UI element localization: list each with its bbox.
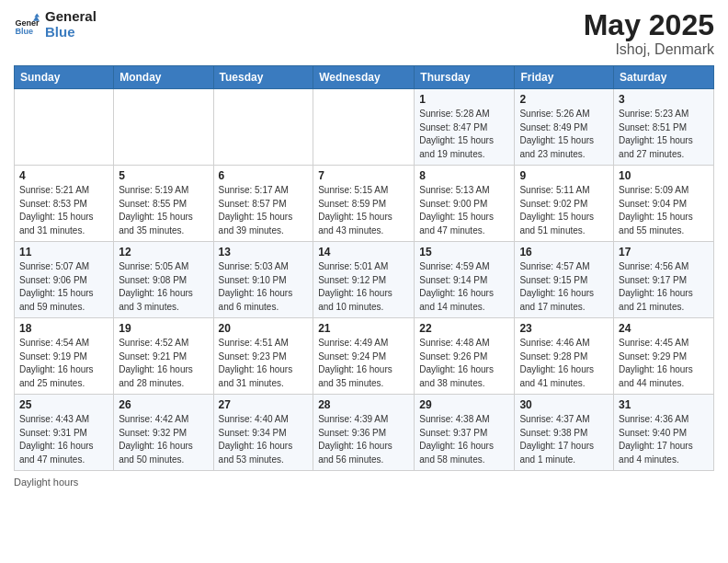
day-number: 6 xyxy=(219,169,309,182)
daylight-label: Daylight hours xyxy=(14,477,78,488)
calendar-day-20: 20Sunrise: 4:51 AM Sunset: 9:23 PM Dayli… xyxy=(213,318,313,395)
day-number: 27 xyxy=(219,398,309,411)
day-info: Sunrise: 5:26 AM Sunset: 8:49 PM Dayligh… xyxy=(519,108,609,161)
day-info: Sunrise: 5:17 AM Sunset: 8:57 PM Dayligh… xyxy=(219,184,309,237)
day-info: Sunrise: 4:46 AM Sunset: 9:28 PM Dayligh… xyxy=(519,337,609,390)
day-number: 21 xyxy=(318,322,409,335)
day-number: 24 xyxy=(619,322,709,335)
calendar-day-11: 11Sunrise: 5:07 AM Sunset: 9:06 PM Dayli… xyxy=(15,242,114,318)
logo-icon: General Blue xyxy=(14,12,40,38)
empty-day xyxy=(15,89,114,166)
calendar-week-2: 4Sunrise: 5:21 AM Sunset: 8:53 PM Daylig… xyxy=(15,166,714,242)
header: General Blue General Blue May 2025 Ishoj… xyxy=(14,9,714,58)
day-number: 29 xyxy=(419,398,509,411)
empty-day xyxy=(213,89,313,166)
day-number: 9 xyxy=(519,169,609,182)
day-info: Sunrise: 4:40 AM Sunset: 9:34 PM Dayligh… xyxy=(219,413,309,466)
day-number: 1 xyxy=(419,93,509,106)
calendar-day-19: 19Sunrise: 4:52 AM Sunset: 9:21 PM Dayli… xyxy=(114,318,213,395)
day-info: Sunrise: 5:11 AM Sunset: 9:02 PM Dayligh… xyxy=(519,184,609,237)
calendar-day-18: 18Sunrise: 4:54 AM Sunset: 9:19 PM Dayli… xyxy=(15,318,114,395)
day-info: Sunrise: 4:42 AM Sunset: 9:32 PM Dayligh… xyxy=(119,413,208,466)
calendar-day-25: 25Sunrise: 4:43 AM Sunset: 9:31 PM Dayli… xyxy=(15,395,114,471)
weekday-header-monday: Monday xyxy=(114,66,213,89)
day-number: 26 xyxy=(119,398,208,411)
calendar-day-9: 9Sunrise: 5:11 AM Sunset: 9:02 PM Daylig… xyxy=(515,166,614,242)
calendar-day-26: 26Sunrise: 4:42 AM Sunset: 9:32 PM Dayli… xyxy=(114,395,213,471)
logo-blue: Blue xyxy=(45,25,97,40)
day-number: 28 xyxy=(318,398,409,411)
day-number: 14 xyxy=(318,246,409,259)
day-info: Sunrise: 5:03 AM Sunset: 9:10 PM Dayligh… xyxy=(219,260,309,314)
calendar-day-3: 3Sunrise: 5:23 AM Sunset: 8:51 PM Daylig… xyxy=(614,89,714,166)
day-info: Sunrise: 4:49 AM Sunset: 9:24 PM Dayligh… xyxy=(318,337,409,390)
location-title: Ishoj, Denmark xyxy=(584,41,714,58)
svg-marker-2 xyxy=(34,13,40,17)
calendar-week-1: 1Sunrise: 5:28 AM Sunset: 8:47 PM Daylig… xyxy=(15,89,714,166)
calendar-day-31: 31Sunrise: 4:36 AM Sunset: 9:40 PM Dayli… xyxy=(614,395,714,471)
calendar-day-1: 1Sunrise: 5:28 AM Sunset: 8:47 PM Daylig… xyxy=(415,89,515,166)
day-number: 15 xyxy=(419,246,509,259)
calendar-week-5: 25Sunrise: 4:43 AM Sunset: 9:31 PM Dayli… xyxy=(15,395,714,471)
day-number: 12 xyxy=(119,246,208,259)
day-number: 25 xyxy=(19,398,108,411)
footer: Daylight hours xyxy=(14,477,714,488)
page: General Blue General Blue May 2025 Ishoj… xyxy=(0,0,728,563)
weekday-header-sunday: Sunday xyxy=(15,66,114,89)
calendar-table: SundayMondayTuesdayWednesdayThursdayFrid… xyxy=(14,65,714,471)
weekday-header-thursday: Thursday xyxy=(415,66,515,89)
title-block: May 2025 Ishoj, Denmark xyxy=(584,9,714,58)
day-info: Sunrise: 4:57 AM Sunset: 9:15 PM Dayligh… xyxy=(519,260,609,314)
calendar-day-24: 24Sunrise: 4:45 AM Sunset: 9:29 PM Dayli… xyxy=(614,318,714,395)
day-info: Sunrise: 4:52 AM Sunset: 9:21 PM Dayligh… xyxy=(119,337,208,390)
weekday-header-row: SundayMondayTuesdayWednesdayThursdayFrid… xyxy=(15,66,714,89)
day-info: Sunrise: 5:13 AM Sunset: 9:00 PM Dayligh… xyxy=(419,184,509,237)
day-number: 22 xyxy=(419,322,509,335)
day-info: Sunrise: 4:39 AM Sunset: 9:36 PM Dayligh… xyxy=(318,413,409,466)
calendar-day-14: 14Sunrise: 5:01 AM Sunset: 9:12 PM Dayli… xyxy=(313,242,415,318)
day-info: Sunrise: 4:36 AM Sunset: 9:40 PM Dayligh… xyxy=(619,413,709,466)
day-info: Sunrise: 4:43 AM Sunset: 9:31 PM Dayligh… xyxy=(19,413,108,466)
day-info: Sunrise: 4:45 AM Sunset: 9:29 PM Dayligh… xyxy=(619,337,709,390)
day-info: Sunrise: 4:51 AM Sunset: 9:23 PM Dayligh… xyxy=(219,337,309,390)
calendar-day-8: 8Sunrise: 5:13 AM Sunset: 9:00 PM Daylig… xyxy=(415,166,515,242)
weekday-header-tuesday: Tuesday xyxy=(213,66,313,89)
month-title: May 2025 xyxy=(584,9,714,41)
weekday-header-wednesday: Wednesday xyxy=(313,66,415,89)
calendar-day-2: 2Sunrise: 5:26 AM Sunset: 8:49 PM Daylig… xyxy=(515,89,614,166)
day-number: 8 xyxy=(419,169,509,182)
weekday-header-saturday: Saturday xyxy=(614,66,714,89)
calendar-day-12: 12Sunrise: 5:05 AM Sunset: 9:08 PM Dayli… xyxy=(114,242,213,318)
calendar-day-4: 4Sunrise: 5:21 AM Sunset: 8:53 PM Daylig… xyxy=(15,166,114,242)
day-info: Sunrise: 4:37 AM Sunset: 9:38 PM Dayligh… xyxy=(519,413,609,466)
day-number: 11 xyxy=(19,246,108,259)
day-info: Sunrise: 4:48 AM Sunset: 9:26 PM Dayligh… xyxy=(419,337,509,390)
day-info: Sunrise: 5:05 AM Sunset: 9:08 PM Dayligh… xyxy=(119,260,208,314)
day-info: Sunrise: 5:19 AM Sunset: 8:55 PM Dayligh… xyxy=(119,184,208,237)
day-number: 30 xyxy=(519,398,609,411)
logo: General Blue General Blue xyxy=(14,9,97,40)
day-info: Sunrise: 4:59 AM Sunset: 9:14 PM Dayligh… xyxy=(419,260,509,314)
calendar-day-22: 22Sunrise: 4:48 AM Sunset: 9:26 PM Dayli… xyxy=(415,318,515,395)
calendar-day-21: 21Sunrise: 4:49 AM Sunset: 9:24 PM Dayli… xyxy=(313,318,415,395)
empty-day xyxy=(313,89,415,166)
day-info: Sunrise: 5:07 AM Sunset: 9:06 PM Dayligh… xyxy=(19,260,108,314)
day-info: Sunrise: 5:21 AM Sunset: 8:53 PM Dayligh… xyxy=(19,184,108,237)
calendar-day-13: 13Sunrise: 5:03 AM Sunset: 9:10 PM Dayli… xyxy=(213,242,313,318)
calendar-day-29: 29Sunrise: 4:38 AM Sunset: 9:37 PM Dayli… xyxy=(415,395,515,471)
day-info: Sunrise: 4:56 AM Sunset: 9:17 PM Dayligh… xyxy=(619,260,709,314)
day-number: 4 xyxy=(19,169,108,182)
day-number: 5 xyxy=(119,169,208,182)
day-number: 18 xyxy=(19,322,108,335)
day-number: 10 xyxy=(619,169,709,182)
weekday-header-friday: Friday xyxy=(515,66,614,89)
svg-text:Blue: Blue xyxy=(15,26,33,35)
calendar-day-7: 7Sunrise: 5:15 AM Sunset: 8:59 PM Daylig… xyxy=(313,166,415,242)
day-number: 2 xyxy=(519,93,609,106)
day-info: Sunrise: 5:28 AM Sunset: 8:47 PM Dayligh… xyxy=(419,108,509,161)
day-number: 20 xyxy=(219,322,309,335)
day-number: 17 xyxy=(619,246,709,259)
day-number: 7 xyxy=(318,169,409,182)
calendar-day-17: 17Sunrise: 4:56 AM Sunset: 9:17 PM Dayli… xyxy=(614,242,714,318)
day-number: 13 xyxy=(219,246,309,259)
